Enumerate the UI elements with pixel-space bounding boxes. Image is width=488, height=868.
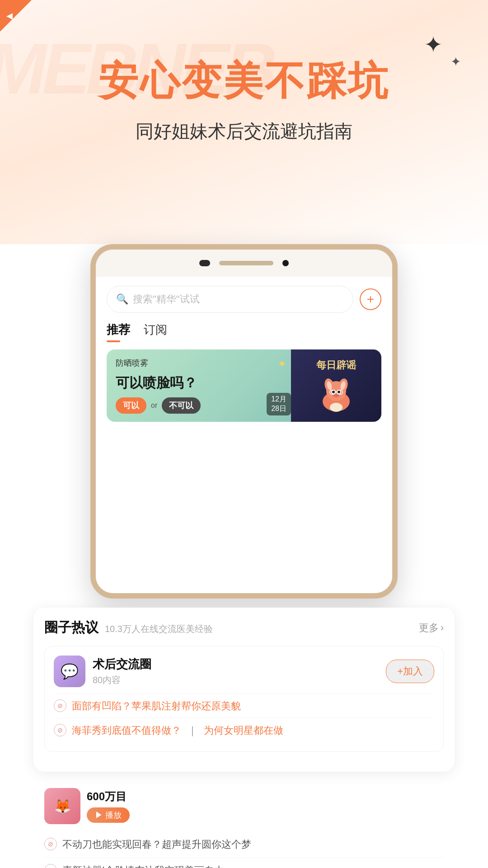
sub-title: 同好姐妹术后交流避坑指南 xyxy=(136,119,352,144)
circle-name: 术后交流圈 xyxy=(93,656,151,672)
svg-point-9 xyxy=(338,391,340,393)
banner-date: 12月 28日 xyxy=(267,393,291,415)
circle-more-button[interactable]: 更多 › xyxy=(419,621,444,635)
search-icon: 🔍 xyxy=(116,293,128,305)
back-icon[interactable]: ▸ xyxy=(6,10,13,25)
banner-btn-no[interactable]: 不可以 xyxy=(162,397,201,414)
banner[interactable]: 防晒喷雾 可以喷脸吗？ 可以 or 不可以 ✦ 12月 28日 xyxy=(107,349,381,422)
second-group: 🦊 600万目 ▶ 播放 ⊘ 不动刀也能实现回春？超声提升圆你这个梦 ⊘ xyxy=(33,779,455,868)
post-separator: ｜ xyxy=(188,725,197,736)
corner-decoration xyxy=(0,0,32,32)
mid-posts: ⊘ 不动刀也能实现回春？超声提升圆你这个梦 ⊘ 素颜神器|全脸填充让我实现美丽自… xyxy=(44,831,444,868)
mid-post-text-1: 不动刀也能实现回春？超声提升圆你这个梦 xyxy=(62,837,444,852)
phone-content: 🔍 搜索"精华"试试 + 推荐 订阅 防晒喷雾 可以喷 xyxy=(96,277,392,593)
group-name-2: 600万目 xyxy=(87,789,130,804)
banner-or: or xyxy=(151,401,157,410)
main-title: 安心变美不踩坑 xyxy=(99,54,389,108)
search-bar[interactable]: 🔍 搜索"精华"试试 xyxy=(107,286,353,313)
chevron-right-icon: › xyxy=(441,622,444,634)
circle-avatar: 💬 xyxy=(54,656,85,687)
phone-wrapper: 🔍 搜索"精华"试试 + 推荐 订阅 防晒喷雾 可以喷 xyxy=(86,244,402,599)
tab-subscribe[interactable]: 订阅 xyxy=(144,322,167,342)
phone-frame: 🔍 搜索"精华"试试 + 推荐 订阅 防晒喷雾 可以喷 xyxy=(90,244,398,599)
circle-card-header: 💬 术后交流圈 80内容 +加入 xyxy=(54,656,434,687)
circle-header: 圈子热议 10.3万人在线交流医美经验 更多 › xyxy=(44,618,444,637)
circle-title-group: 圈子热议 10.3万人在线交流医美经验 xyxy=(44,618,213,637)
circle-subtitle: 10.3万人在线交流医美经验 xyxy=(105,623,213,635)
group-avatar-2: 🦊 xyxy=(44,788,80,824)
svg-point-11 xyxy=(330,403,343,412)
content-area: 🔍 搜索"精华"试试 + 推荐 订阅 防晒喷雾 可以喷 xyxy=(0,244,488,868)
mid-post-text-2: 素颜神器|全脸填充让我实现美丽自由 xyxy=(62,863,444,868)
svg-point-8 xyxy=(332,391,335,393)
sparkle-small-icon: ✦ xyxy=(450,54,461,69)
banner-btn-yes[interactable]: 可以 xyxy=(116,397,146,414)
phone-notch xyxy=(96,250,392,277)
mid-post-row-2[interactable]: ⊘ 素颜神器|全脸填充让我实现美丽自由 xyxy=(44,858,444,868)
search-area: 🔍 搜索"精华"试试 + xyxy=(96,277,392,317)
camera-icon xyxy=(199,260,210,266)
tab-recommend[interactable]: 推荐 xyxy=(107,322,130,342)
banner-buttons: 可以 or 不可以 xyxy=(116,397,282,414)
post-icon-4: ⊘ xyxy=(44,864,57,868)
fox-mascot-icon xyxy=(314,372,359,413)
warning-icon-3: ⊘ xyxy=(48,840,53,848)
banner-tag: 防晒喷雾 xyxy=(116,358,282,368)
post-text-1: 面部有凹陷？苹果肌注射帮你还原美貌 xyxy=(72,698,434,713)
group-play-btn[interactable]: ▶ 播放 xyxy=(87,807,130,823)
warning-icon: ⊘ xyxy=(57,702,63,709)
banner-left: 防晒喷雾 可以喷脸吗？ 可以 or 不可以 xyxy=(107,349,291,422)
sensor-icon xyxy=(282,260,289,266)
search-placeholder-text: 搜索"精华"试试 xyxy=(133,292,200,306)
group-card-row: 🦊 600万目 ▶ 播放 xyxy=(44,788,444,824)
post-icon-3: ⊘ xyxy=(44,838,57,850)
speaker-icon xyxy=(219,261,273,265)
circle-section: 圈子热议 10.3万人在线交流医美经验 更多 › 💬 术后交流圈 80内容 xyxy=(33,608,455,772)
circle-count: 80内容 xyxy=(93,674,151,686)
tabs-row: 推荐 订阅 xyxy=(96,317,392,342)
warning-icon-2: ⊘ xyxy=(57,726,63,734)
phone-section: 🔍 搜索"精华"试试 + 推荐 订阅 防晒喷雾 可以喷 xyxy=(0,244,488,599)
post-text-2: 海菲秀到底值不值得做？ ｜ 为何女明星都在做 xyxy=(72,723,434,738)
circle-card-left: 💬 术后交流圈 80内容 xyxy=(54,656,151,687)
banner-right: 每日辟谣 xyxy=(291,349,381,422)
circle-info: 术后交流圈 80内容 xyxy=(93,656,151,686)
join-button[interactable]: +加入 xyxy=(386,660,434,683)
circle-title: 圈子热议 xyxy=(44,618,99,637)
post-icon-2: ⊘ xyxy=(54,724,66,736)
sparkle-icon: ✦ xyxy=(424,32,443,58)
post-icon-1: ⊘ xyxy=(54,699,66,712)
banner-sparkle-icon: ✦ xyxy=(277,358,286,370)
circle-card: 💬 术后交流圈 80内容 +加入 ⊘ 面部有凹陷？苹果肌注射帮你还原美貌 xyxy=(44,646,444,752)
circle-post-2[interactable]: ⊘ 海菲秀到底值不值得做？ ｜ 为何女明星都在做 xyxy=(54,718,434,742)
banner-main-text: 可以喷脸吗？ xyxy=(116,374,282,392)
top-section: ▸ ✦ ✦ 安心变美不踩坑 同好姐妹术后交流避坑指南 xyxy=(0,0,488,253)
mid-post-row-1[interactable]: ⊘ 不动刀也能实现回春？超声提升圆你这个梦 xyxy=(44,831,444,858)
group-info-2: 600万目 ▶ 播放 xyxy=(87,789,130,823)
banner-right-label: 每日辟谣 xyxy=(316,359,356,372)
circle-post-1[interactable]: ⊘ 面部有凹陷？苹果肌注射帮你还原美貌 xyxy=(54,693,434,718)
add-button[interactable]: + xyxy=(360,288,381,310)
